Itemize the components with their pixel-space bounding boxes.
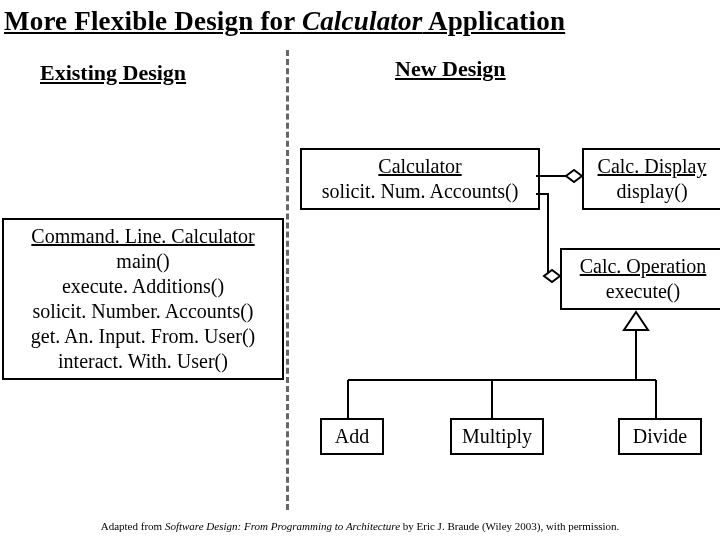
box-divide: Divide [618,418,702,455]
op: execute. Additions() [10,274,276,299]
footer-pre: Adapted from [101,520,165,532]
page-title: More Flexible Design for Calculator Appl… [0,0,720,37]
op: display() [590,179,714,204]
assoc-calculator-calcdisplay [536,170,582,182]
op: solicit. Num. Accounts() [308,179,532,204]
box-name: Calculator [308,154,532,179]
box-calcdisplay: Calc. Display display() [582,148,720,210]
box-name: Command. Line. Calculator [10,224,276,249]
vertical-divider [286,50,289,510]
op: get. An. Input. From. User() [10,324,276,349]
box-add: Add [320,418,384,455]
box-name: Calc. Operation [568,254,718,279]
box-calcoperation: Calc. Operation execute() [560,248,720,310]
box-multiply: Multiply [450,418,544,455]
box-name: Divide [626,424,694,449]
svg-marker-3 [624,312,648,330]
box-calculator: Calculator solicit. Num. Accounts() [300,148,540,210]
op: execute() [568,279,718,304]
footer-post: by Eric J. Braude (Wiley 2003), with per… [400,520,619,532]
title-post: Application [422,6,565,36]
svg-marker-2 [544,270,560,282]
box-name: Calc. Display [590,154,714,179]
title-ital: Calculator [302,6,423,36]
box-name: Add [328,424,376,449]
heading-new: New Design [395,56,506,82]
box-name: Multiply [458,424,536,449]
op: solicit. Number. Accounts() [10,299,276,324]
footer-attribution: Adapted from Software Design: From Progr… [0,520,720,532]
svg-marker-1 [566,170,582,182]
generalization-calcoperation [348,312,656,418]
box-commandline-calculator: Command. Line. Calculator main() execute… [2,218,284,380]
op: main() [10,249,276,274]
op: interact. With. User() [10,349,276,374]
title-pre: More Flexible Design for [4,6,302,36]
heading-existing: Existing Design [40,60,186,86]
footer-book: Software Design: From Programming to Arc… [165,520,400,532]
